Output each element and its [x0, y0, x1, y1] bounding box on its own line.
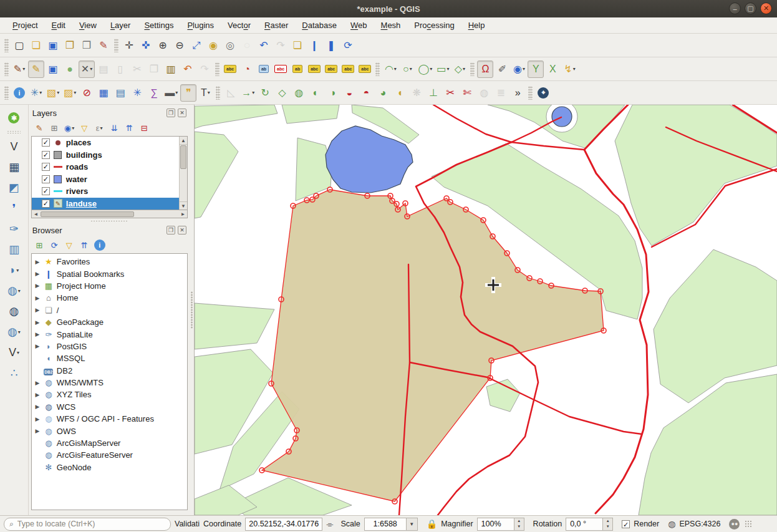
browser-item-spatialite[interactable]: ▶✑SpatiaLite — [32, 328, 187, 340]
expand-arrow-icon[interactable]: ▶ — [34, 331, 41, 337]
browser-item-geopackage[interactable]: ▶◆GeoPackage — [32, 316, 187, 328]
resize-grip[interactable] — [745, 520, 752, 528]
snapping-self-icon[interactable]: X — [544, 60, 561, 78]
expand-arrow-icon[interactable]: ▶ — [34, 319, 41, 326]
pin-unpin-labels-icon[interactable]: ab — [256, 60, 272, 78]
open-layer-styling-icon[interactable]: ✎ — [32, 121, 46, 135]
browser-item-arcgisfeatureserver[interactable]: ◍ArcGisFeatureServer — [32, 449, 187, 461]
add-vector-layer-icon[interactable]: V — [4, 137, 24, 156]
redo-icon[interactable]: ↷ — [196, 60, 213, 78]
layer-diagram-options-icon[interactable]: ◔ — [239, 60, 255, 78]
scale-value[interactable]: 1:6588 — [364, 518, 407, 531]
toolbar-handle[interactable] — [528, 86, 533, 100]
scale-combo[interactable]: 1:6588 ▼ — [364, 518, 418, 531]
add-regular-polygon-icon[interactable]: ◇▾ — [451, 60, 468, 78]
scroll-up-icon[interactable]: ▲ — [180, 137, 187, 145]
current-edits-icon[interactable]: ✎▾ — [11, 60, 27, 78]
trim-extend-icon[interactable]: ⊥ — [425, 84, 442, 102]
remove-layer-icon[interactable]: ⊟ — [137, 121, 151, 135]
expand-arrow-icon[interactable]: ▶ — [34, 259, 41, 265]
toolbar-handle[interactable] — [216, 86, 220, 100]
enable-snapping-icon[interactable]: Ω — [477, 60, 493, 78]
lock-scale-icon[interactable]: 🔒 — [427, 519, 437, 529]
add-mesh-layer-icon[interactable]: ◩ — [4, 178, 24, 197]
zoom-to-layer-icon[interactable]: ◎ — [222, 37, 238, 54]
run-feature-action-icon[interactable]: ✳▾ — [28, 84, 44, 102]
browser-item-ows[interactable]: ▶◍OWS — [32, 425, 187, 437]
layer-visibility-checkbox[interactable]: ✓ — [42, 151, 50, 159]
rotate-label-icon[interactable]: abc — [340, 60, 356, 78]
add-postgis-layer-icon[interactable]: ◗▾ — [4, 261, 24, 279]
split-features-icon[interactable]: ✂ — [442, 84, 458, 102]
undo-icon[interactable]: ↶ — [180, 60, 196, 78]
browser-item-mssql[interactable]: ◖MSSQL — [32, 352, 187, 364]
toolbar-handle[interactable] — [470, 62, 475, 76]
expand-arrow-icon[interactable]: ▶ — [34, 416, 41, 422]
map-canvas[interactable] — [194, 105, 777, 515]
browser-item-arcgismapserver[interactable]: ◍ArcGisMapServer — [32, 437, 187, 449]
messages-icon[interactable]: ●● — [729, 519, 740, 530]
reshape-features-icon[interactable]: ◕ — [375, 84, 391, 102]
layer-item-landuse[interactable]: ✓✎landuse — [32, 198, 179, 210]
fill-ring-icon[interactable]: ◑ — [324, 84, 340, 102]
split-parts-icon[interactable]: ✄ — [459, 84, 475, 102]
menu-edit[interactable]: Edit — [46, 19, 72, 32]
menu-raster[interactable]: Raster — [258, 19, 294, 32]
browser-item-wfs-ogc-api-features[interactable]: ▶◍WFS / OGC API - Features — [32, 413, 187, 425]
layer-item-buildings[interactable]: ✓buildings — [32, 149, 179, 162]
menu-web[interactable]: Web — [344, 19, 374, 32]
expand-arrow-icon[interactable]: ▶ — [34, 380, 41, 386]
enable-tracing-icon[interactable]: ✐ — [494, 60, 510, 78]
menu-mesh[interactable]: Mesh — [375, 19, 407, 32]
render-checkbox[interactable]: ✓ — [622, 520, 630, 528]
menu-processing[interactable]: Processing — [408, 19, 460, 32]
add-selected-layers-icon[interactable]: ⊞ — [32, 238, 46, 252]
rotate-feature-icon[interactable]: ↻ — [257, 84, 273, 102]
toolbar-handle[interactable] — [114, 39, 118, 52]
add-vector-tile-layer-icon[interactable]: V▾ — [4, 343, 24, 362]
browser-close-icon[interactable]: ✕ — [178, 226, 186, 235]
scroll-thumb[interactable] — [180, 145, 186, 169]
add-wms-layer-icon[interactable]: ◍▾ — [4, 281, 24, 300]
filter-legend-icon[interactable]: ▽ — [77, 121, 91, 135]
browser-item-db2[interactable]: DB2DB2 — [32, 365, 187, 377]
coordinate-input[interactable]: 20.52152,-34.01776 — [245, 518, 322, 531]
layer-item-places[interactable]: ✓places — [32, 137, 179, 149]
add-virtual-layer-icon[interactable]: ▥ — [4, 240, 24, 259]
metasearch-icon[interactable]: ⌖ — [535, 84, 551, 102]
browser-item-xyz-tiles[interactable]: ▶◍XYZ Tiles — [32, 389, 187, 400]
expand-arrow-icon[interactable]: ▶ — [34, 343, 41, 349]
toolbar-handle[interactable] — [4, 86, 9, 100]
layer-item-roads[interactable]: ✓roads — [32, 161, 179, 173]
browser-item-wcs[interactable]: ▶◍WCS — [32, 401, 187, 413]
show-statistics-icon[interactable]: ∑ — [146, 84, 162, 102]
refresh-browser-icon[interactable]: ⟳ — [47, 238, 61, 252]
menu-plugins[interactable]: Plugins — [181, 19, 220, 32]
save-layer-edits-icon[interactable]: ▣ — [45, 60, 61, 78]
delete-part-icon[interactable]: ◓ — [358, 84, 374, 102]
toolbar-handle[interactable] — [4, 39, 9, 52]
expand-arrow-icon[interactable]: ▶ — [34, 392, 41, 398]
modify-attributes-icon[interactable]: ▤ — [95, 60, 112, 78]
scroll-down-icon[interactable]: ▼ — [180, 201, 187, 210]
layers-close-icon[interactable]: ✕ — [178, 109, 186, 117]
rotate-point-symbols-icon[interactable]: ❋ — [408, 84, 425, 102]
add-raster-layer-icon[interactable]: ▦ — [4, 158, 24, 177]
snapping-on-intersection-icon[interactable]: Y — [528, 60, 544, 78]
highlight-pinned-labels-icon[interactable]: abc — [273, 60, 289, 78]
browser-item-favorites[interactable]: ▶★Favorites — [32, 256, 187, 268]
crs-globe-icon[interactable]: ◍ — [668, 519, 675, 529]
magnifier-spinbox[interactable]: 100% ▲▼ — [477, 518, 524, 531]
zoom-out-icon[interactable]: ⊖ — [171, 37, 188, 54]
move-label-icon[interactable]: ab — [289, 60, 306, 78]
browser-item-postgis[interactable]: ▶◗PostGIS — [32, 341, 187, 352]
zoom-last-icon[interactable]: ↶ — [256, 37, 272, 54]
zoom-native-icon[interactable]: ◌ — [239, 37, 255, 54]
new-spatial-bookmark-icon[interactable]: ❏ — [289, 37, 306, 54]
open-attribute-table-icon[interactable]: ▦ — [95, 84, 112, 102]
zoom-to-selection-icon[interactable]: ◉ — [205, 37, 221, 54]
show-hide-labels-icon[interactable]: abc — [306, 60, 322, 78]
refresh-map-icon[interactable]: ⟳ — [340, 37, 356, 54]
offset-curve-icon[interactable]: ◖ — [392, 84, 408, 102]
move-feature-icon[interactable]: →▾ — [239, 84, 256, 102]
